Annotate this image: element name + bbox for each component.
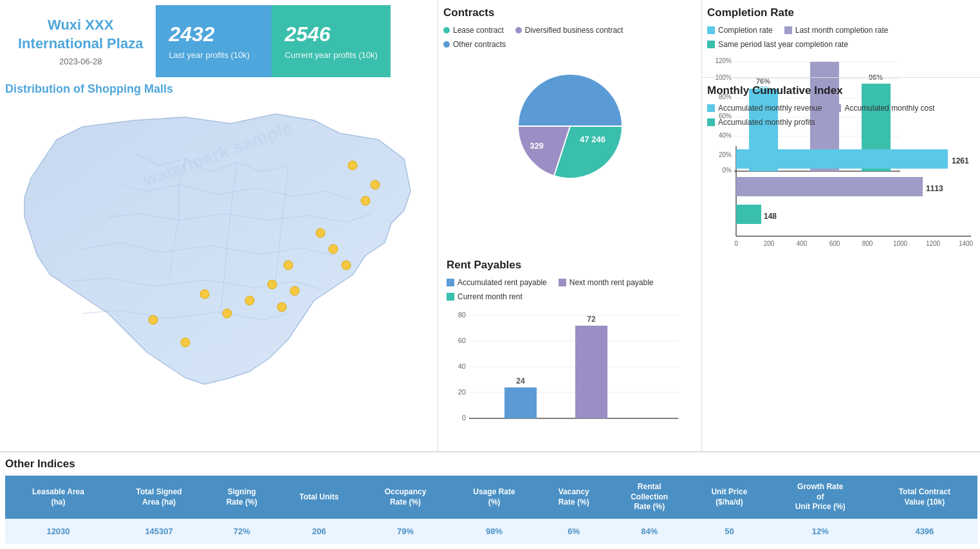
svg-text:1400: 1400 bbox=[959, 240, 974, 247]
svg-text:120%: 120% bbox=[715, 57, 732, 64]
completion-section: Completion Rate Completion rate Last mon… bbox=[701, 0, 980, 77]
rent-bar-svg: 80 60 40 20 0 24 72 bbox=[447, 308, 685, 436]
table-cell: 12030 bbox=[5, 519, 111, 544]
brand-line2: International Plaza bbox=[18, 35, 143, 51]
table-cell: 6% bbox=[539, 519, 609, 544]
legend-sq-cost bbox=[833, 104, 841, 112]
location-dot-2 bbox=[371, 180, 380, 189]
svg-text:60: 60 bbox=[458, 337, 466, 344]
col-unit-price: Unit Price($/ha/d) bbox=[690, 476, 769, 519]
brand-title: Wuxi XXX International Plaza bbox=[18, 16, 143, 53]
legend-monthly-rev: Accumulated monthly revenue bbox=[707, 104, 822, 113]
legend-diversified: Diversified business contract bbox=[515, 26, 624, 35]
legend-lease: Lease contract bbox=[443, 26, 504, 35]
col-growth-rate: Growth RateofUnit Price (%) bbox=[769, 476, 872, 519]
location-dot-13 bbox=[223, 309, 232, 318]
location-dot-3 bbox=[361, 196, 370, 205]
header-left: Wuxi XXX International Plaza 2023-06-28 … bbox=[0, 0, 438, 77]
legend-comp-rate: Completion rate bbox=[707, 26, 773, 35]
svg-text:800: 800 bbox=[862, 240, 873, 247]
completion-title: Completion Rate bbox=[707, 6, 977, 19]
legend-sq-current bbox=[447, 293, 454, 301]
completion-legend: Completion rate Last month completion ra… bbox=[707, 26, 977, 49]
rent-payables-section: Rent Payables Accumulated rent payable N… bbox=[443, 252, 696, 445]
svg-text:112%: 112% bbox=[815, 55, 833, 60]
table-header-row: Leasable Area(ha) Total SignedArea (ha) … bbox=[5, 476, 977, 519]
map-title: Distribution of Shopping Malls bbox=[5, 82, 432, 96]
col-contract-value: Total ContractValue (10k) bbox=[872, 476, 977, 519]
monthly-bar-svg: 0 200 400 600 800 1000 1200 1400 1261 11… bbox=[707, 133, 977, 249]
col-signing-rate: SigningRate (%) bbox=[207, 476, 277, 519]
location-dot-9 bbox=[290, 286, 299, 295]
current-year-label: Current year profits (10k) bbox=[284, 50, 378, 60]
table-section: Other Indices Leasable Area(ha) Total Si… bbox=[0, 451, 980, 549]
contracts-legend: Lease contract Diversified business cont… bbox=[443, 26, 696, 49]
legend-label-sameperiod: Same period last year completion rate bbox=[718, 40, 848, 49]
col-rental-collection: RentalCollectionRate (%) bbox=[609, 476, 690, 519]
monthly-bar-3 bbox=[736, 205, 761, 224]
legend-label-lease: Lease contract bbox=[453, 26, 504, 35]
legend-sq-lastmonth bbox=[784, 26, 792, 34]
china-map-svg: watermark sample bbox=[5, 101, 417, 397]
legend-accum: Accumulated rent payable bbox=[447, 278, 547, 287]
col-vacancy-rate: VacancyRate (%) bbox=[539, 476, 609, 519]
last-year-stat: 2432 Last year profits (10k) bbox=[156, 5, 272, 77]
monthly-bar-2 bbox=[736, 177, 923, 196]
legend-label-comp: Completion rate bbox=[718, 26, 773, 35]
contracts-section: Contracts Lease contract Diversified bus… bbox=[438, 0, 701, 451]
last-year-value: 2432 bbox=[169, 23, 259, 46]
table-cell: 50 bbox=[690, 519, 769, 544]
svg-text:20: 20 bbox=[458, 388, 466, 396]
svg-text:72: 72 bbox=[587, 315, 596, 324]
legend-label-next: Next month rent payable bbox=[569, 278, 654, 287]
svg-text:0: 0 bbox=[734, 240, 738, 247]
legend-label-current: Current month rent bbox=[458, 292, 522, 301]
legend-next: Next month rent payable bbox=[559, 278, 654, 287]
legend-sq-next bbox=[559, 279, 566, 286]
rent-title: Rent Payables bbox=[447, 259, 693, 272]
contracts-pie-svg: 47 246 329 bbox=[506, 62, 634, 191]
svg-text:24: 24 bbox=[516, 377, 525, 386]
svg-text:1113: 1113 bbox=[926, 184, 943, 193]
location-dot-11 bbox=[245, 296, 254, 305]
table-cell: 206 bbox=[277, 519, 361, 544]
col-usage-rate: Usage Rate(%) bbox=[450, 476, 539, 519]
table-cell: 145307 bbox=[111, 519, 207, 544]
legend-same-period: Same period last year completion rate bbox=[707, 40, 848, 49]
legend-label-lastmonth: Last month completion rate bbox=[795, 26, 889, 35]
svg-text:1200: 1200 bbox=[926, 240, 941, 247]
svg-text:1261: 1261 bbox=[952, 156, 969, 165]
table-cell: 72% bbox=[207, 519, 277, 544]
brand-date: 2023-06-28 bbox=[59, 57, 102, 66]
legend-monthly-profit: Accumulated monthly profits bbox=[707, 118, 815, 127]
legend-monthly-cost: Accumulated monthly cost bbox=[833, 104, 934, 113]
svg-text:600: 600 bbox=[829, 240, 840, 247]
legend-label-rev: Accumulated monthly revenue bbox=[718, 104, 822, 113]
svg-text:200: 200 bbox=[764, 240, 775, 247]
location-dot-5 bbox=[329, 245, 338, 254]
table-cell: 4396 bbox=[872, 519, 977, 544]
legend-other: Other contracts bbox=[443, 40, 506, 49]
table-cell: 98% bbox=[450, 519, 539, 544]
table-cell: 12% bbox=[769, 519, 872, 544]
legend-label-accum: Accumulated rent payable bbox=[458, 278, 547, 287]
legend-current: Current month rent bbox=[447, 292, 522, 301]
monthly-section: Monthly Cumulative Index Accumulated mon… bbox=[701, 77, 980, 451]
legend-label-other: Other contracts bbox=[453, 40, 506, 49]
rent-bar-1 bbox=[504, 387, 537, 418]
col-leasable-area: Leasable Area(ha) bbox=[5, 476, 111, 519]
map-section: Distribution of Shopping Malls bbox=[0, 77, 438, 451]
location-dot-4 bbox=[316, 228, 325, 237]
location-dot-8 bbox=[268, 280, 277, 289]
col-total-units: Total Units bbox=[277, 476, 361, 519]
legend-dot-lease bbox=[443, 27, 450, 33]
last-year-label: Last year profits (10k) bbox=[169, 50, 259, 60]
indices-table: Leasable Area(ha) Total SignedArea (ha) … bbox=[5, 476, 977, 544]
rent-legend: Accumulated rent payable Next month rent… bbox=[447, 278, 693, 301]
pie-label-2: 329 bbox=[530, 141, 544, 151]
brand-line1: Wuxi XXX bbox=[48, 17, 113, 33]
current-year-stat: 2546 Current year profits (10k) bbox=[272, 5, 391, 77]
monthly-legend: Accumulated monthly revenue Accumulated … bbox=[707, 104, 977, 127]
legend-last-month: Last month completion rate bbox=[784, 26, 889, 35]
legend-dot-diversified bbox=[515, 27, 522, 33]
